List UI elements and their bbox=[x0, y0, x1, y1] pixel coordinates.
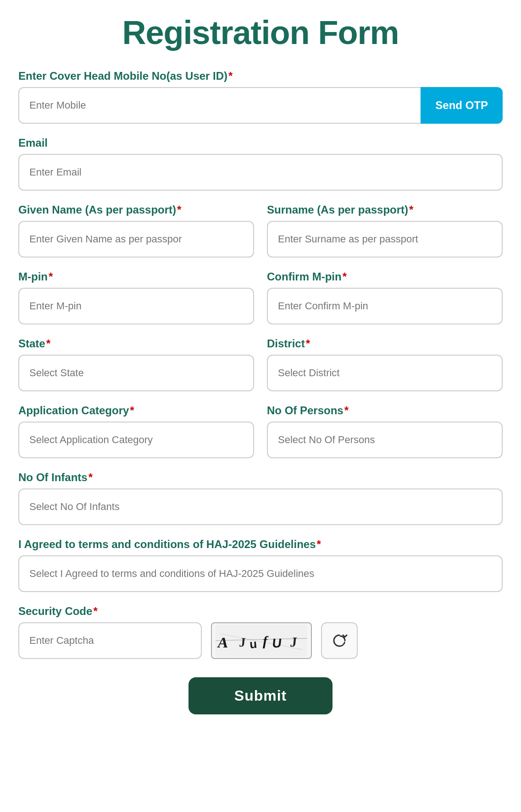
captcha-input[interactable] bbox=[18, 622, 202, 659]
state-district-row: State* District* bbox=[18, 337, 503, 391]
email-label: Email bbox=[18, 137, 503, 149]
mobile-field-group: Enter Cover Head Mobile No(as User ID)* … bbox=[18, 70, 503, 124]
category-persons-row: Application Category* No Of Persons* bbox=[18, 404, 503, 458]
application-category-col: Application Category* bbox=[18, 404, 254, 458]
confirm-mpin-input[interactable] bbox=[267, 288, 503, 324]
name-row: Given Name (As per passport)* Surname (A… bbox=[18, 203, 503, 258]
page-title: Registration Form bbox=[18, 14, 503, 51]
security-code-label: Security Code* bbox=[18, 605, 503, 618]
state-input[interactable] bbox=[18, 355, 254, 391]
infants-input[interactable] bbox=[18, 488, 503, 525]
mobile-input[interactable] bbox=[18, 87, 421, 124]
district-col: District* bbox=[267, 337, 503, 391]
mobile-row: Send OTP bbox=[18, 87, 503, 124]
captcha-row: A J u f U J bbox=[18, 622, 503, 659]
state-label: State* bbox=[18, 337, 254, 350]
security-code-field-group: Security Code* A J u f U J bbox=[18, 605, 503, 659]
mpin-label: M-pin* bbox=[18, 270, 254, 283]
captcha-refresh-button[interactable] bbox=[321, 622, 358, 659]
surname-input[interactable] bbox=[267, 221, 503, 258]
mpin-col: M-pin* bbox=[18, 270, 254, 324]
submit-button[interactable]: Submit bbox=[188, 677, 333, 714]
terms-input[interactable] bbox=[18, 555, 503, 592]
no-of-persons-input[interactable] bbox=[267, 422, 503, 458]
captcha-image: A J u f U J bbox=[211, 622, 312, 659]
application-category-label: Application Category* bbox=[18, 404, 254, 417]
state-col: State* bbox=[18, 337, 254, 391]
mpin-input[interactable] bbox=[18, 288, 254, 324]
application-category-input[interactable] bbox=[18, 422, 254, 458]
infants-field-group: No Of Infants* bbox=[18, 471, 503, 525]
district-label: District* bbox=[267, 337, 503, 350]
svg-text:U: U bbox=[272, 636, 282, 650]
mobile-label: Enter Cover Head Mobile No(as User ID)* bbox=[18, 70, 503, 82]
given-name-label: Given Name (As per passport)* bbox=[18, 203, 254, 216]
surname-label: Surname (As per passport)* bbox=[267, 203, 503, 216]
registration-form: Enter Cover Head Mobile No(as User ID)* … bbox=[18, 70, 503, 714]
infants-label: No Of Infants* bbox=[18, 471, 503, 484]
terms-label: I Agreed to terms and conditions of HAJ-… bbox=[18, 538, 503, 551]
no-of-persons-label: No Of Persons* bbox=[267, 404, 503, 417]
given-name-input[interactable] bbox=[18, 221, 254, 258]
svg-text:u: u bbox=[249, 637, 257, 651]
given-name-col: Given Name (As per passport)* bbox=[18, 203, 254, 258]
no-of-persons-col: No Of Persons* bbox=[267, 404, 503, 458]
district-input[interactable] bbox=[267, 355, 503, 391]
send-otp-button[interactable]: Send OTP bbox=[421, 87, 503, 124]
mpin-row: M-pin* Confirm M-pin* bbox=[18, 270, 503, 324]
confirm-mpin-label: Confirm M-pin* bbox=[267, 270, 503, 283]
terms-field-group: I Agreed to terms and conditions of HAJ-… bbox=[18, 538, 503, 592]
surname-col: Surname (As per passport)* bbox=[267, 203, 503, 258]
confirm-mpin-col: Confirm M-pin* bbox=[267, 270, 503, 324]
email-field-group: Email bbox=[18, 137, 503, 191]
email-input[interactable] bbox=[18, 154, 503, 191]
